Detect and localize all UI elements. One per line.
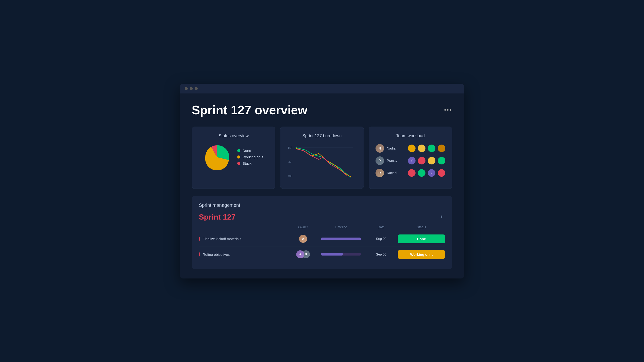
- timeline-cell-2: [317, 253, 364, 256]
- title-bar: [180, 84, 464, 93]
- window-dot-1: [185, 87, 188, 90]
- status-overview-card: Status overview: [192, 127, 275, 189]
- col-date: Date: [367, 225, 396, 229]
- timeline-fill-2: [321, 253, 343, 256]
- pranav-dots: ✓: [403, 157, 445, 164]
- owner-cell-2: A B: [291, 250, 315, 258]
- date-cell-2: Sep 06: [367, 253, 396, 256]
- nadia-dot-4: [438, 145, 445, 152]
- task-row-1: Finalize kickoff materials A Sep 02 Done: [199, 231, 445, 247]
- timeline-bar-1: [321, 238, 361, 240]
- timeline-bar-2: [321, 253, 361, 256]
- pie-section: Done Working on it Stuck: [199, 144, 268, 170]
- stuck-dot: [237, 162, 240, 165]
- col-task: [199, 225, 289, 229]
- burndown-title: Sprint 127 burndown: [287, 133, 357, 138]
- col-status: Status: [398, 225, 445, 229]
- status-badge-2: Working on it: [398, 250, 445, 259]
- owner-avatar-1: A: [299, 235, 307, 243]
- task-name-1: Finalize kickoff materials: [199, 237, 289, 241]
- rachel-dots: ✓: [403, 169, 445, 177]
- window-dot-2: [190, 87, 193, 90]
- name-rachel: Rachel: [387, 171, 400, 175]
- legend-item-working: Working on it: [237, 155, 263, 159]
- status-overview-title: Status overview: [199, 133, 268, 138]
- avatar-rachel: R: [376, 169, 384, 177]
- workload-row-pranav: P Pranav ✓: [376, 156, 445, 165]
- team-workload-title: Team workload: [376, 133, 445, 138]
- window-dot-3: [194, 87, 198, 90]
- rachel-dot-4: [438, 169, 445, 177]
- pranav-dot-3: [428, 157, 436, 164]
- owner-cell-1: A: [291, 235, 315, 243]
- col-owner: Owner: [291, 225, 315, 229]
- add-task-button[interactable]: +: [438, 214, 445, 220]
- sprint-columns-header: Owner Timeline Date Status: [199, 223, 445, 231]
- workload-row-nadia: N Nadia: [376, 144, 445, 153]
- svg-text:2SP: 2SP: [288, 160, 292, 163]
- burndown-card: Sprint 127 burndown 3SP 2SP 1SP: [280, 127, 364, 189]
- owner-avatars-2: A B: [296, 250, 310, 258]
- sprint-management-title: Sprint management: [199, 203, 445, 208]
- done-dot: [237, 149, 240, 152]
- pranav-dot-1: ✓: [408, 157, 416, 164]
- main-content: Sprint 127 overview ••• Status overview: [180, 93, 464, 279]
- app-window: Sprint 127 overview ••• Status overview: [180, 84, 464, 279]
- sprint-header-row: Sprint 127 +: [199, 213, 445, 221]
- page-header: Sprint 127 overview •••: [192, 103, 452, 117]
- workload-row-rachel: R Rachel ✓: [376, 169, 445, 177]
- timeline-fill-1: [321, 238, 361, 240]
- status-badge-1: Done: [398, 235, 445, 243]
- pie-legend: Done Working on it Stuck: [237, 149, 263, 165]
- more-menu-button[interactable]: •••: [444, 107, 452, 113]
- sprint-management-section: Sprint management Sprint 127 + Owner Tim…: [192, 196, 452, 269]
- legend-item-done: Done: [237, 149, 263, 153]
- nadia-dots: [403, 145, 445, 152]
- pranav-dot-2: [418, 157, 426, 164]
- team-workload-card: Team workload N Nadia: [369, 127, 452, 189]
- burndown-chart: 3SP 2SP 1SP: [287, 144, 357, 182]
- task-row-2: Refine objectives A B Sep 06 Working on …: [199, 247, 445, 262]
- task-name-2: Refine objectives: [199, 253, 289, 257]
- svg-text:1SP: 1SP: [288, 175, 292, 177]
- working-dot: [237, 155, 240, 159]
- workload-table: N Nadia P: [376, 144, 445, 177]
- nadia-dot-3: [428, 145, 436, 152]
- nadia-dot-2: [418, 145, 426, 152]
- rachel-dot-1: [408, 169, 416, 177]
- date-cell-1: Sep 02: [367, 237, 396, 241]
- cards-row: Status overview: [192, 127, 452, 189]
- done-label: Done: [243, 149, 251, 153]
- pie-chart: [204, 144, 230, 170]
- timeline-cell-1: [317, 238, 364, 240]
- name-nadia: Nadia: [387, 146, 400, 150]
- owner-avatar-2a: A: [296, 250, 304, 258]
- rachel-dot-3: ✓: [428, 169, 436, 177]
- legend-item-stuck: Stuck: [237, 161, 263, 165]
- avatar-nadia: N: [376, 144, 384, 153]
- avatar-pranav: P: [376, 156, 384, 165]
- svg-text:3SP: 3SP: [288, 146, 292, 149]
- page-title: Sprint 127 overview: [192, 103, 307, 117]
- working-label: Working on it: [243, 155, 263, 159]
- name-pranav: Pranav: [387, 159, 400, 163]
- pranav-dot-4: [438, 157, 445, 164]
- stuck-label: Stuck: [243, 161, 252, 165]
- col-timeline: Timeline: [317, 225, 364, 229]
- rachel-dot-2: [418, 169, 426, 177]
- sprint-name: Sprint 127: [199, 213, 236, 221]
- nadia-dot-1: [408, 145, 416, 152]
